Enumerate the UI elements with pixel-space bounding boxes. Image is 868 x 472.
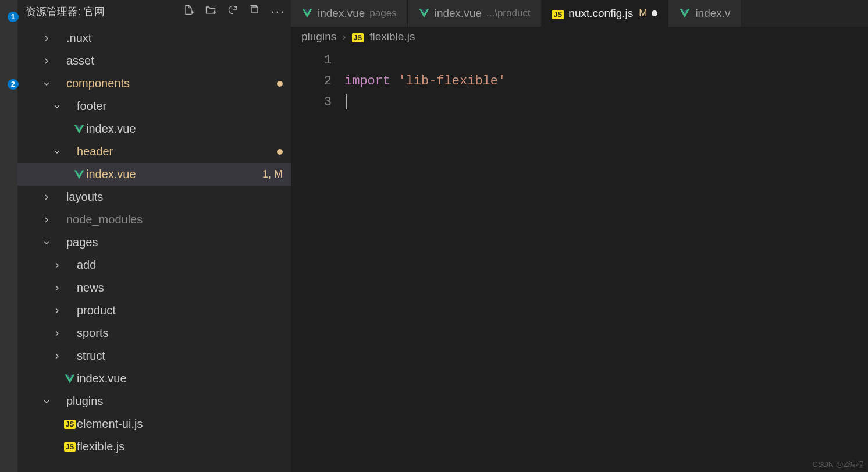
chevron-right-icon[interactable] xyxy=(51,306,63,315)
tab-git-status: M xyxy=(639,8,647,19)
chevron-down-icon[interactable] xyxy=(41,238,52,247)
watermark: CSDN @Z编程 xyxy=(812,459,863,470)
chevron-right-icon[interactable] xyxy=(51,329,63,338)
chevron-down-icon[interactable] xyxy=(41,397,52,406)
vue-icon xyxy=(679,8,691,19)
refresh-icon[interactable] xyxy=(227,4,239,19)
collapse-all-icon[interactable] xyxy=(249,4,261,19)
js-icon: JS xyxy=(552,7,564,20)
chevron-down-icon[interactable] xyxy=(51,147,63,157)
chevron-down-icon[interactable] xyxy=(51,102,63,111)
folder-row[interactable]: news xyxy=(17,276,291,299)
modified-dot-icon xyxy=(277,81,283,87)
vue-icon xyxy=(63,373,77,385)
folder-row[interactable]: product xyxy=(17,299,291,322)
tree-label: pages xyxy=(66,236,283,249)
js-icon: JS xyxy=(63,420,77,429)
scm-badge: 2 xyxy=(8,79,19,90)
chevron-right-icon[interactable] xyxy=(51,352,63,361)
folder-row[interactable]: pages xyxy=(17,231,291,254)
tree-label: add xyxy=(77,258,283,272)
file-row[interactable]: index.vue1, M xyxy=(17,163,291,186)
tree-label: element-ui.js xyxy=(77,417,283,431)
folder-row[interactable]: node_modules xyxy=(17,208,291,231)
breadcrumb-item[interactable]: plugins xyxy=(301,30,336,43)
new-file-icon[interactable] xyxy=(183,4,194,19)
vue-icon xyxy=(418,8,430,19)
code-line[interactable]: import 'lib-flexible' xyxy=(344,71,863,92)
text-cursor xyxy=(346,94,347,109)
tab-label: nuxt.config.js xyxy=(568,7,633,20)
breadcrumb-item[interactable]: flexible.js xyxy=(369,30,415,43)
tree-label: footer xyxy=(77,100,283,113)
breadcrumbs[interactable]: plugins›JSflexible.js xyxy=(291,27,868,50)
tree-label: news xyxy=(77,281,283,294)
folder-row[interactable]: layouts xyxy=(17,186,291,208)
tab-desc: pages xyxy=(369,8,396,19)
modified-dot-icon xyxy=(277,149,283,155)
editor-group: index.vuepagesindex.vue...\productJSnuxt… xyxy=(291,0,868,472)
tree-label: sports xyxy=(77,327,283,340)
sidebar-header: 资源管理器: 官网 ··· xyxy=(17,0,291,24)
more-icon[interactable]: ··· xyxy=(271,4,285,19)
code-line[interactable] xyxy=(344,50,863,71)
line-number: 1 xyxy=(291,50,332,71)
file-row[interactable]: index.vue xyxy=(17,367,291,390)
code-line[interactable] xyxy=(344,92,863,113)
line-gutter: 123 xyxy=(291,50,344,472)
folder-row[interactable]: footer xyxy=(17,95,291,118)
vue-icon xyxy=(72,169,86,180)
folder-row[interactable]: sports xyxy=(17,322,291,345)
chevron-right-icon[interactable] xyxy=(51,283,63,293)
folder-row[interactable]: add xyxy=(17,254,291,276)
activity-bar: 1 2 xyxy=(0,0,17,472)
tree-label: plugins xyxy=(66,395,283,408)
file-row[interactable]: index.vue xyxy=(17,118,291,140)
chevron-right-icon[interactable] xyxy=(41,56,52,66)
editor-tab[interactable]: index.vuepages xyxy=(291,0,408,27)
chevron-right-icon[interactable] xyxy=(51,261,63,270)
js-icon: JS xyxy=(352,30,364,43)
folder-row[interactable]: header xyxy=(17,140,291,163)
activity-extensions[interactable] xyxy=(0,142,17,154)
folder-row[interactable]: struct xyxy=(17,345,291,367)
tab-label: index.vue xyxy=(318,7,365,20)
activity-explorer[interactable]: 1 xyxy=(0,7,17,19)
editor-tab[interactable]: JSnuxt.config.jsM xyxy=(542,0,669,27)
dirty-indicator-icon xyxy=(652,10,657,16)
file-row[interactable]: JSflexible.js xyxy=(17,435,291,458)
tree-label: node_modules xyxy=(66,213,283,226)
chevron-right-icon[interactable] xyxy=(41,34,52,43)
tree-label: index.vue xyxy=(86,168,262,181)
file-row[interactable]: JSelement-ui.js xyxy=(17,413,291,435)
activity-debug[interactable] xyxy=(0,108,17,120)
folder-row[interactable]: plugins xyxy=(17,390,291,413)
activity-scm[interactable]: 2 xyxy=(0,74,17,86)
folder-row[interactable]: asset xyxy=(17,49,291,72)
activity-search[interactable] xyxy=(0,41,17,52)
line-number: 2 xyxy=(291,71,332,92)
file-tree[interactable]: .nuxtassetcomponentsfooterindex.vueheade… xyxy=(17,24,291,472)
sidebar-actions: ··· xyxy=(183,4,285,19)
explorer-badge: 1 xyxy=(8,12,19,22)
tree-label: struct xyxy=(77,349,283,363)
new-folder-icon[interactable] xyxy=(205,4,216,19)
explorer-sidebar: 资源管理器: 官网 ··· .nuxtassetcomponentsfooter… xyxy=(17,0,291,472)
tree-label: components xyxy=(66,77,277,90)
minimap[interactable] xyxy=(863,50,868,472)
sidebar-title: 资源管理器: 官网 xyxy=(26,5,183,19)
folder-row[interactable]: .nuxt xyxy=(17,27,291,49)
tree-label: asset xyxy=(66,54,283,68)
code-token: 'lib-flexible' xyxy=(398,74,506,88)
tab-desc: ...\product xyxy=(486,8,531,19)
js-icon: JS xyxy=(63,442,77,452)
chevron-right-icon[interactable] xyxy=(41,193,52,202)
code-token xyxy=(390,74,398,88)
code-content[interactable]: import 'lib-flexible' xyxy=(344,50,863,472)
vue-icon xyxy=(301,8,313,19)
chevron-down-icon[interactable] xyxy=(41,79,52,88)
editor-tab[interactable]: index.vue...\product xyxy=(408,0,542,27)
chevron-right-icon[interactable] xyxy=(41,215,52,225)
folder-row[interactable]: components xyxy=(17,72,291,95)
editor-tab[interactable]: index.v xyxy=(668,0,741,27)
